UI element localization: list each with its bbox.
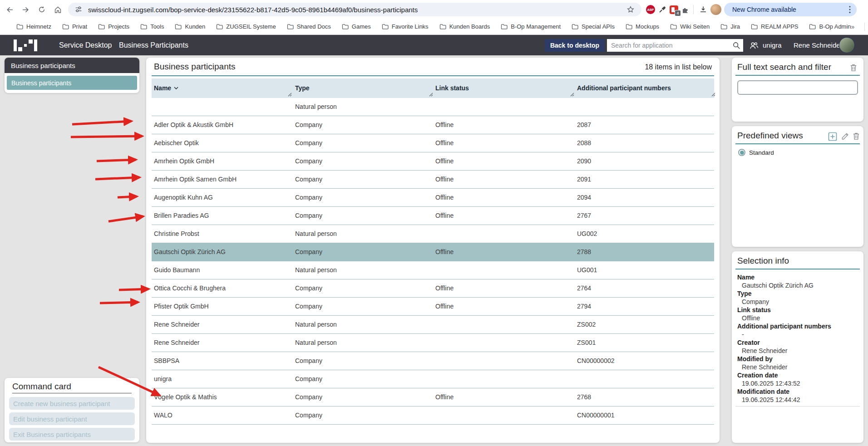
- table-row[interactable]: Amrhein Optik GmbH Company Offline 2090: [152, 152, 714, 171]
- cell-name: Christine Probst: [154, 225, 199, 243]
- edit-view-pencil-icon[interactable]: [841, 132, 850, 141]
- table-row[interactable]: SBBPSA Company CN00000002: [152, 352, 714, 370]
- bookmark-folder[interactable]: ZUGSEIL Systeme: [216, 23, 276, 30]
- selection-field: Modified by Rene Schneider: [737, 355, 858, 371]
- clear-filter-trash-icon[interactable]: [849, 63, 858, 72]
- folder-icon: [140, 24, 147, 29]
- delete-view-trash-icon[interactable]: [852, 132, 861, 141]
- chrome-update-label: New Chrome available: [732, 6, 796, 13]
- bookmark-folder[interactable]: Kunden: [175, 23, 205, 30]
- selection-field-label: Creation date: [737, 371, 858, 379]
- url-text[interactable]: swisscloud-int.zugseil.com/bop-service-d…: [88, 6, 418, 14]
- column-header-type[interactable]: Type: [295, 84, 310, 92]
- eyedropper-extension-icon[interactable]: [657, 5, 667, 15]
- downloads-icon[interactable]: [698, 5, 708, 15]
- bookmark-folder[interactable]: Projects: [98, 23, 129, 30]
- site-settings-icon[interactable]: [74, 5, 83, 14]
- cell-additional-numbers: 2088: [577, 134, 591, 152]
- nav-service-desktop[interactable]: Service Desktop: [59, 35, 112, 55]
- table-row[interactable]: Pfister Optik GmbH Company Offline 2794: [152, 298, 714, 316]
- cell-additional-numbers: 2794: [577, 298, 591, 315]
- column-header-additional-numbers[interactable]: Additional participant numbers: [577, 84, 671, 92]
- view-option-standard[interactable]: Standard: [738, 149, 774, 156]
- table-row[interactable]: Rene Schneider Natural person ZS002: [152, 316, 714, 334]
- bookmark-folder[interactable]: Favorite Links: [382, 23, 429, 30]
- bookmark-folder[interactable]: Wiki Seiten: [670, 23, 710, 30]
- back-icon[interactable]: [4, 4, 15, 15]
- table-row[interactable]: Rene Schneider Natural person ZS001: [152, 334, 714, 352]
- bookmarks-overflow-chevron[interactable]: »: [851, 23, 854, 30]
- bookmark-folder[interactable]: Privat: [62, 23, 87, 30]
- bop-logo[interactable]: [14, 39, 37, 51]
- bookmark-folder[interactable]: Games: [342, 23, 371, 30]
- bookmark-folder[interactable]: B-Op Admin: [809, 23, 851, 30]
- column-resize-grip[interactable]: [288, 93, 292, 97]
- bookmark-folder[interactable]: Special APIs: [572, 23, 615, 30]
- table-row[interactable]: Guido Baumann Natural person UG001: [152, 261, 714, 279]
- tenant-switcher[interactable]: unigra: [749, 35, 782, 55]
- table-row[interactable]: Gautschi Optik Zürich AG Company Offline…: [152, 243, 714, 261]
- column-resize-grip[interactable]: [429, 93, 433, 97]
- bookmark-folder[interactable]: REALM APPS: [751, 23, 798, 30]
- command-card: Command card Create new business partici…: [5, 378, 139, 442]
- chrome-update-button[interactable]: New Chrome available: [724, 3, 857, 16]
- table-row[interactable]: Aebischer Optik Company Offline 2088: [152, 134, 714, 152]
- sidebar-item-business-participants[interactable]: Business participants: [7, 76, 137, 90]
- refresh-icon[interactable]: [36, 4, 48, 15]
- bookmark-folder[interactable]: Heimnetz: [16, 23, 51, 30]
- table-row[interactable]: Ottica Cocchi & Brughera Company Offline…: [152, 279, 714, 298]
- bookmark-folder[interactable]: B-Op Management: [501, 23, 561, 30]
- cell-name: unigra: [154, 370, 172, 388]
- table-row[interactable]: Adler Optik & Akustik GmbH Company Offli…: [152, 116, 714, 134]
- extensions-puzzle-icon[interactable]: [680, 5, 690, 15]
- predefined-views-underline: [735, 143, 860, 144]
- add-view-icon[interactable]: [828, 132, 837, 141]
- table-row[interactable]: Natural person: [152, 98, 714, 116]
- sort-chevron-down-icon: [174, 87, 178, 89]
- user-avatar[interactable]: [839, 37, 855, 53]
- back-to-desktop-button[interactable]: Back to desktop: [545, 39, 605, 52]
- bookmark-folder[interactable]: Mockups: [626, 23, 659, 30]
- column-header-link-status[interactable]: Link status: [435, 84, 469, 92]
- home-icon[interactable]: [52, 4, 64, 15]
- selection-field: Additional participant numbers -: [737, 322, 858, 338]
- table-row[interactable]: Amrhein Optik Sarnen GmbH Company Offlin…: [152, 171, 714, 189]
- bookmark-star-icon[interactable]: [626, 5, 635, 14]
- cell-type: Natural person: [295, 334, 337, 352]
- adblock-extension-icon[interactable]: ABP: [646, 5, 656, 15]
- command-button[interactable]: Edit business participant: [9, 412, 135, 425]
- table-row[interactable]: Christine Probst Natural person UG002: [152, 225, 714, 243]
- folder-icon: [342, 24, 349, 29]
- cell-name: Vögele Optik & Mathis: [154, 388, 217, 406]
- table-row[interactable]: unigra Company: [152, 370, 714, 388]
- column-header-name[interactable]: Name: [154, 84, 178, 92]
- folder-icon: [62, 24, 69, 29]
- bookmark-folder[interactable]: Kunden Boards: [439, 23, 490, 30]
- browser-menu-icon[interactable]: [848, 5, 851, 14]
- extension-with-badge-icon[interactable]: 4: [669, 5, 679, 15]
- column-resize-grip[interactable]: [711, 93, 715, 97]
- cell-additional-numbers: 2087: [577, 116, 591, 134]
- command-button[interactable]: Create new business participant: [9, 397, 135, 410]
- radio-selected-icon: [738, 149, 745, 156]
- cell-link-status: Offline: [435, 207, 454, 225]
- bookmark-folder[interactable]: Shared Docs: [287, 23, 331, 30]
- folder-icon: [216, 24, 223, 29]
- table-row[interactable]: Vögele Optik & Mathis Company Offline 27…: [152, 388, 714, 407]
- address-bar[interactable]: swisscloud-int.zugseil.com/bop-service-d…: [68, 3, 641, 16]
- search-icon[interactable]: [732, 41, 740, 49]
- table-row[interactable]: Brillen Paradies AG Company Offline 2767: [152, 207, 714, 225]
- selection-field-label: Link status: [737, 306, 858, 314]
- table-row[interactable]: WALO Company CN00000001: [152, 407, 714, 425]
- command-button[interactable]: Exit Business participants: [9, 428, 135, 441]
- bookmark-folder[interactable]: Jira: [720, 23, 740, 30]
- nav-business-participants[interactable]: Business Participants: [119, 35, 188, 55]
- cell-additional-numbers: 2768: [577, 388, 591, 406]
- application-search-input[interactable]: [607, 39, 743, 52]
- column-resize-grip[interactable]: [570, 93, 574, 97]
- browser-profile-avatar[interactable]: [710, 4, 721, 15]
- forward-icon[interactable]: [20, 4, 31, 15]
- bookmark-folder[interactable]: Tools: [140, 23, 164, 30]
- table-row[interactable]: Augenoptik Kuhn AG Company Offline 2094: [152, 189, 714, 207]
- full-text-search-input[interactable]: [737, 80, 858, 95]
